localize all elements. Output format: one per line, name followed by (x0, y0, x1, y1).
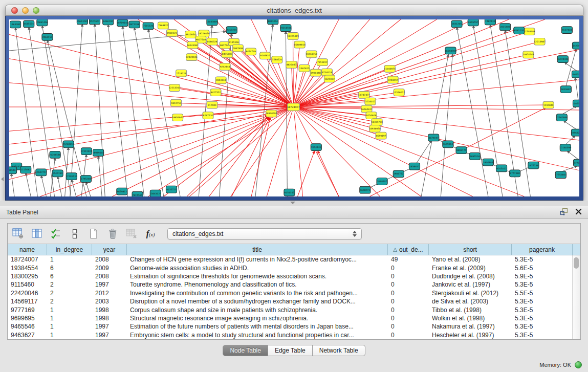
graph-node[interactable]: 2204097 (387, 76, 398, 83)
table-cell-pagerank[interactable]: 5.3E-5 (512, 323, 572, 330)
table-cell-pagerank[interactable]: 5.3E-5 (512, 256, 572, 263)
table-cell-in_degree[interactable]: 1 (47, 332, 92, 339)
column-header-title[interactable]: title (127, 244, 388, 255)
graph-node[interactable]: 12042757 (35, 169, 47, 176)
table-row[interactable]: 911546021997Tourette syndrome. Phenomeno… (8, 280, 572, 289)
graph-node[interactable]: 8454749 (245, 48, 256, 55)
graph-node[interactable]: 7963822 (158, 22, 168, 29)
table-cell-name[interactable]: 9699695 (8, 315, 47, 322)
tab-network-table[interactable]: Network Table (313, 345, 365, 356)
graph-node[interactable]: 16409810 (294, 41, 306, 48)
table-cell-year[interactable]: 2003 (92, 298, 127, 305)
table-cell-name[interactable]: 18300295 (8, 273, 47, 280)
table-cell-name[interactable]: 9115460 (8, 281, 47, 288)
graph-node[interactable]: 9245012 (496, 165, 507, 172)
graph-node[interactable]: 1804903 (483, 159, 493, 166)
table-scrollbar[interactable] (572, 255, 580, 339)
table-cell-short[interactable]: Jankovic et al. (1997) (429, 281, 512, 288)
table-cell-pagerank[interactable]: 5.3E-5 (512, 307, 572, 314)
tab-edge-table[interactable]: Edge Table (268, 345, 313, 356)
table-cell-pagerank[interactable]: 5.3E-5 (512, 298, 572, 305)
column-visibility-button[interactable] (31, 228, 43, 240)
graph-node[interactable]: 1906752 (393, 170, 404, 178)
graph-node[interactable]: 9154147 (284, 189, 295, 196)
graph-node[interactable]: 16033809 (206, 19, 218, 26)
graph-canvas[interactable]: 1872400718300295796382289601238912954182… (9, 19, 579, 196)
table-cell-title[interactable]: Investigating the contribution of common… (127, 290, 388, 297)
table-cell-in_degree[interactable]: 1 (47, 323, 92, 330)
close-panel-icon[interactable] (575, 208, 582, 217)
graph-node[interactable]: 9154609 (366, 112, 377, 119)
graph-node[interactable]: 8599197 (376, 132, 386, 139)
graph-node[interactable]: 1831205 (451, 20, 462, 28)
table-row[interactable]: 1830029562008Estimation of significance … (8, 272, 572, 280)
column-header-year[interactable]: year (92, 244, 127, 255)
table-cell-year[interactable]: 2012 (92, 290, 127, 297)
table-cell-year[interactable]: 1998 (92, 307, 127, 314)
graph-node[interactable]: 11046974 (384, 65, 396, 72)
table-row[interactable]: 1456911722003Disruption of a novel membe… (8, 297, 572, 305)
graph-node[interactable]: 6466100 (103, 19, 114, 25)
graph-node[interactable]: 1695516 (469, 152, 480, 160)
panel-collapse-handle[interactable] (1, 177, 4, 181)
graph-node[interactable]: 1588520 (272, 56, 282, 63)
table-cell-out_degree[interactable]: 0 (388, 265, 429, 272)
graph-node[interactable]: 2063152 (42, 34, 53, 41)
column-header-in_degree[interactable]: in_degree (47, 244, 92, 255)
splitter-handle-icon[interactable] (290, 202, 295, 204)
table-row[interactable]: 977716911998Corpus callosum shape and si… (8, 305, 572, 314)
graph-node[interactable]: 13643127 (150, 190, 162, 196)
table-cell-short[interactable]: Dudbridge et al. (2008) (429, 273, 512, 280)
graph-node[interactable]: 1795284 (80, 176, 91, 183)
table-row[interactable]: 1872400712008Changes of HCN gene express… (8, 255, 572, 264)
graph-node[interactable]: 10974343 (522, 51, 534, 58)
graph-node[interactable]: 917004 (207, 101, 217, 108)
table-cell-short[interactable]: Stergiakouli et al. (2012) (429, 290, 512, 297)
table-cell-title[interactable]: Disruption of a novel member of a sodium… (127, 298, 388, 305)
table-cell-in_degree[interactable]: 1 (47, 256, 92, 263)
table-cell-pagerank[interactable]: 5.5E-5 (512, 290, 572, 297)
graph-node[interactable]: 1810755 (170, 99, 181, 106)
table-cell-name[interactable]: 18724007 (8, 256, 47, 263)
table-cell-short[interactable]: de Silva et al. (2003) (429, 298, 512, 305)
graph-node[interactable]: 11516012 (394, 89, 405, 96)
table-cell-in_degree[interactable]: 1 (47, 307, 92, 314)
float-window-icon[interactable] (560, 208, 568, 217)
graph-node[interactable]: 8427552 (210, 89, 221, 96)
table-cell-in_degree[interactable]: 6 (47, 273, 92, 280)
graph-node[interactable]: 18949102 (93, 149, 104, 157)
graph-node[interactable]: 8267130 (203, 112, 213, 119)
table-row[interactable]: 969969511998Structural magnetic resonanc… (8, 314, 572, 322)
graph-node[interactable]: 1427899 (572, 42, 579, 49)
column-header-pagerank[interactable]: pagerank (512, 244, 573, 255)
graph-node[interactable]: 12213987 (534, 38, 546, 45)
table-cell-in_degree[interactable]: 2 (47, 298, 92, 305)
table-cell-short[interactable]: Hescheler et al. (1997) (429, 332, 512, 339)
graph-node[interactable]: 1545194 (52, 170, 63, 177)
table-cell-pagerank[interactable]: 5.3E-5 (512, 281, 572, 288)
row-selection-button[interactable] (50, 228, 62, 240)
table-cell-short[interactable]: Nakamura et al. (1997) (429, 323, 512, 330)
column-header-out_degree[interactable]: △out_de... (388, 244, 429, 255)
graph-node[interactable]: 6777380 (510, 170, 520, 177)
table-cell-out_degree[interactable]: 0 (388, 281, 429, 288)
graph-node[interactable]: 9679304 (443, 141, 453, 148)
table-cell-short[interactable]: Wolkin et al. (1998) (429, 315, 512, 322)
graph-node[interactable]: 14645108 (572, 71, 579, 78)
table-cell-pagerank[interactable]: 5.3E-5 (512, 315, 572, 322)
new-column-button[interactable] (88, 228, 100, 240)
graph-node[interactable]: 10747477 (358, 92, 370, 99)
graph-node[interactable]: 20206586 (49, 151, 61, 159)
table-cell-year[interactable]: 1997 (92, 332, 127, 339)
column-header-name[interactable]: name (8, 244, 47, 255)
graph-node[interactable]: 11055433 (573, 100, 579, 107)
graph-node[interactable]: 8475685 (222, 51, 232, 58)
graph-node[interactable]: 9592135 (514, 27, 525, 34)
graph-node[interactable]: 8960123 (166, 30, 177, 37)
graph-node[interactable]: 8822037 (286, 61, 297, 69)
window-close-button[interactable] (11, 7, 18, 14)
graph-node[interactable]: 9806170 (456, 147, 467, 154)
table-cell-year[interactable]: 1998 (92, 315, 127, 322)
table-row[interactable]: 946554611997Estimation of the future num… (8, 322, 572, 331)
graph-node[interactable]: 1650697 (560, 86, 571, 93)
